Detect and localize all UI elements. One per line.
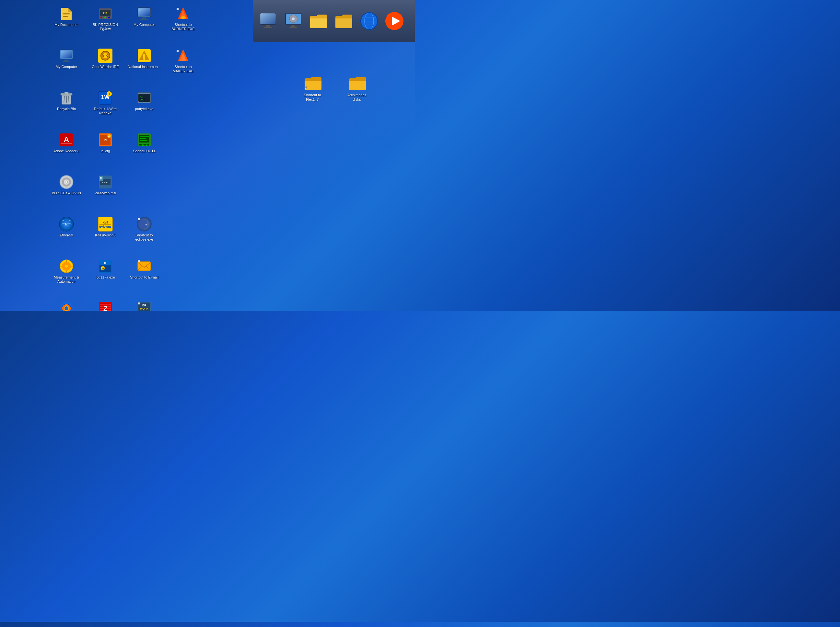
svg-rect-19 [63,16,68,17]
my-computer-top-label: My Computer [134,23,155,27]
svg-text:WORK: WORK [140,307,148,310]
svg-text:BK: BK [103,11,107,15]
svg-text:ibi: ibi [103,138,107,142]
svg-text:A: A [64,135,69,143]
bk-precision-icon[interactable]: BK BK PRECISION Pg4uw [86,3,125,42]
ibi-cfg-icon[interactable]: ibi ibi.cfg [86,129,125,169]
keil-label: Keil uVision3 [95,233,115,237]
ica32web-label: ica32web.msi [95,191,116,195]
archimedes-icon[interactable]: Archimedesdisks [347,74,366,102]
shortcut-burner-label: Shortcut to BURNER.EXE [165,23,201,31]
svg-text:M: M [100,177,103,180]
taskbar-folder2-icon[interactable] [333,10,355,32]
my-computer-icon[interactable]: My Computer [47,45,86,84]
shortcut-maker-icon[interactable]: Shortcut to MAKER.EXE [164,45,202,84]
svg-rect-110 [138,262,151,271]
svg-marker-113 [138,260,140,262]
shortcut-email-icon[interactable]: Shortcut to E-mail [125,256,164,295]
svg-marker-130 [138,302,140,304]
svg-text:HC11: HC11 [142,144,147,147]
puttytel-label: puttytel.exe [135,107,153,111]
shortcut-email-label: Shortcut to E-mail [130,275,158,279]
flex1-7-icon[interactable]: Shortcut toFlex1_7 [303,74,322,102]
bk-precision-label: BK PRECISION Pg4uw [87,23,123,31]
svg-rect-17 [63,13,69,14]
codewarrior-label: CodeWarrior IDE [92,65,118,69]
svg-marker-33 [177,8,178,10]
burn-cds-icon[interactable]: Burn CDs & DVDs [47,172,86,211]
svg-text:EP: EP [142,304,146,307]
national-instruments-label: National Instrumen... [128,65,161,69]
keil-icon[interactable]: Keil uVision3 Keil uVision3 [86,214,125,253]
my-computer-top-icon[interactable]: My Computer [125,3,164,42]
measurement-icon[interactable]: Measurement & Automation [47,256,86,295]
ibi-cfg-label: ibi.cfg [101,149,110,153]
puttytel-icon[interactable]: >_ cmd puttytel.exe [125,87,164,126]
recycle-bin-label: Recycle Bin [57,107,76,111]
svg-rect-92 [99,224,111,225]
svg-text:Keil: Keil [103,221,108,224]
taskbar-play-icon[interactable] [383,10,406,32]
my-computer-label: My Computer [56,65,77,69]
svg-text:E: E [65,222,68,226]
svg-point-40 [103,53,108,58]
eclipse-icon[interactable]: e Shortcut to eclipse.exe [125,214,164,253]
svg-point-116 [65,306,68,310]
svg-point-44 [143,58,145,60]
archimedes-label: Archimedesdisks [347,93,366,102]
ethereal-icon[interactable]: E Ethereal [47,214,86,253]
svg-point-23 [101,17,103,19]
svg-marker-97 [138,218,140,220]
desktop-icons-grid: My Documents BK BK PRECISION Pg4uw [47,0,322,311]
my-documents-icon[interactable]: My Documents [47,3,86,42]
svg-rect-36 [65,60,68,61]
svg-rect-43 [143,54,145,58]
svg-rect-37 [63,61,70,62]
svg-rect-18 [63,14,69,15]
svg-text:1: 1 [108,92,110,96]
log117a-icon[interactable]: ib ib log117a.exe [86,256,125,295]
svg-point-78 [65,181,68,183]
svg-text:e: e [145,223,147,226]
svg-text:Z: Z [103,305,107,311]
svg-rect-50 [65,92,68,94]
svg-rect-119 [100,303,111,304]
svg-text:ib: ib [101,267,104,270]
mozilla-firefox-icon[interactable]: Mozilla Firefox [47,298,86,311]
default-1wire-icon[interactable]: 1W 1 Default 1-Wire Net.exe [86,87,125,126]
svg-rect-28 [142,17,146,19]
svg-rect-27 [138,8,150,16]
seehau-label: Seehau HC11 [133,149,155,153]
svg-text:ib: ib [104,262,106,264]
svg-point-24 [104,17,106,19]
seehau-icon[interactable]: HC11 Seehau HC11 [125,129,164,169]
svg-text:>_: >_ [140,95,143,98]
measurement-label: Measurement & Automation [49,275,84,284]
svg-rect-29 [141,19,148,20]
taskbar-globe-icon[interactable] [358,10,381,32]
eclipse-label: Shortcut to eclipse.exe [126,233,162,242]
svg-marker-47 [177,50,178,52]
ep-workne-icon[interactable]: EP WORK ATE Shortcut to EP-WorkNe... [125,298,164,311]
svg-text:ica32: ica32 [102,181,109,184]
flex1-7-label: Shortcut toFlex1_7 [304,93,321,102]
ica32web-icon[interactable]: ica32 M ica32web.msi [86,172,125,211]
default-1wire-label: Default 1-Wire Net.exe [87,107,123,115]
svg-point-25 [108,17,110,19]
svg-point-32 [180,16,186,19]
ethereal-label: Ethereal [60,233,73,237]
adobe-reader-label: Adobe Reader 8 [54,149,79,153]
national-instruments-icon[interactable]: National Instrumen... [125,45,164,84]
log117a-label: log117a.exe [96,275,115,279]
my-documents-label: My Documents [54,23,78,27]
shortcut-maker-label: Shortcut to MAKER.EXE [165,65,201,73]
adobe-reader-icon[interactable]: A Adobe Reader 8 [47,129,86,169]
svg-text:cmd: cmd [140,98,145,101]
svg-text:uVision3: uVision3 [99,225,111,228]
svg-point-100 [65,265,68,268]
right-folder-icons: Shortcut toFlex1_7 Archimedesdisks [303,74,366,102]
shortcut-burner-icon[interactable]: Shortcut to BURNER.EXE [164,3,202,42]
recycle-bin-icon[interactable]: Recycle Bin [47,87,86,126]
mc2430dl-icon[interactable]: Z mc2430DL_... [86,298,125,311]
codewarrior-icon[interactable]: CodeWarrior IDE [86,45,125,84]
